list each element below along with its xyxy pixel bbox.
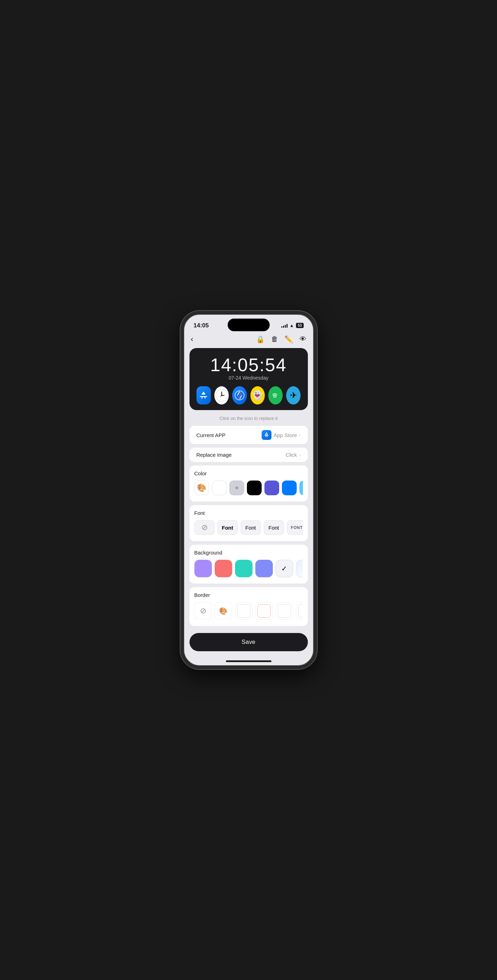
- color-palette-button[interactable]: 🎨: [194, 480, 209, 495]
- app-store-small-icon: [262, 430, 272, 440]
- border-dashed-gray[interactable]: [235, 602, 252, 620]
- current-app-label: Current APP: [197, 432, 225, 438]
- replace-image-chevron: ›: [299, 452, 301, 458]
- volume-up-button[interactable]: [180, 356, 182, 369]
- color-black[interactable]: [247, 480, 262, 495]
- color-white[interactable]: [212, 480, 227, 495]
- font-row: ⊘ Font Font Font FONT Font Font: [194, 520, 303, 536]
- font-medium[interactable]: Font: [264, 520, 284, 535]
- signal-icon: [281, 323, 287, 328]
- bg-check-selected[interactable]: ✓: [276, 560, 293, 577]
- bg-gradient-blue[interactable]: [296, 560, 303, 577]
- border-dashed-red[interactable]: [255, 602, 273, 620]
- signal-bar-2: [283, 326, 284, 328]
- power-button[interactable]: [316, 363, 317, 383]
- font-title: Font: [194, 510, 303, 516]
- svg-point-5: [221, 395, 222, 396]
- widget-app-telegram[interactable]: ✈: [286, 386, 300, 404]
- background-title: Background: [194, 550, 303, 555]
- svg-line-9: [237, 395, 240, 399]
- color-cyan[interactable]: [300, 480, 303, 495]
- replace-image-row[interactable]: Replace Image Click ›: [189, 448, 308, 462]
- widget-app-spotify[interactable]: [268, 386, 283, 404]
- dynamic-island: [228, 318, 270, 331]
- background-section: Background ✓: [189, 545, 308, 584]
- save-button[interactable]: Save: [189, 633, 308, 651]
- status-icons: ▲ 53: [281, 323, 304, 328]
- color-row: 🎨: [194, 480, 303, 497]
- widget-time-display: 14:05:54: [197, 355, 301, 375]
- nav-action-icons: 🔒 🗑 ✏️ 👁: [256, 335, 306, 344]
- current-app-value: App Store ›: [262, 430, 300, 440]
- trash-icon[interactable]: 🗑: [271, 335, 278, 343]
- bg-purple[interactable]: [194, 560, 212, 577]
- font-regular[interactable]: Font: [241, 520, 261, 535]
- bg-indigo[interactable]: [255, 560, 273, 577]
- widget-date-display: 07-24 Wednesday: [197, 375, 301, 381]
- font-small-caps[interactable]: FONT: [287, 520, 303, 535]
- wifi-icon: ▲: [290, 323, 294, 328]
- replace-image-value: Click ›: [286, 452, 300, 458]
- eye-icon[interactable]: 👁: [300, 335, 306, 343]
- font-section: Font ⊘ Font Font Font FONT Font Font: [189, 505, 308, 541]
- background-row: ✓: [194, 560, 303, 579]
- phone-screen: 14:05 ▲ 53 ‹ 🔒 🗑 ✏️: [184, 314, 313, 666]
- font-none[interactable]: ⊘: [194, 520, 215, 535]
- phone-frame: 14:05 ▲ 53 ‹ 🔒 🗑 ✏️: [180, 311, 317, 669]
- back-button[interactable]: ‹: [191, 335, 193, 344]
- home-indicator: [226, 660, 272, 662]
- bg-teal[interactable]: [235, 560, 252, 577]
- svg-line-8: [240, 395, 242, 399]
- signal-bar-4: [286, 324, 287, 328]
- border-solid-light[interactable]: [276, 602, 293, 620]
- lock-icon[interactable]: 🔒: [256, 335, 265, 344]
- border-palette[interactable]: 🎨: [215, 602, 232, 620]
- bg-red[interactable]: [215, 560, 232, 577]
- status-time: 14:05: [194, 322, 209, 329]
- widget-app-safari[interactable]: [232, 386, 246, 404]
- edit-icon[interactable]: ✏️: [284, 335, 293, 344]
- signal-bar-3: [285, 325, 286, 328]
- widget-app-appstore[interactable]: [197, 386, 211, 404]
- widget-preview: 14:05:54 07-24 Wednesday 👻: [189, 348, 308, 410]
- hint-text: Click on the icon to replace it: [184, 416, 313, 421]
- signal-bar-1: [281, 326, 282, 328]
- svg-line-7: [240, 391, 242, 395]
- color-title: Color: [194, 470, 303, 476]
- volume-down-button[interactable]: [180, 372, 182, 385]
- main-content: ‹ 🔒 🗑 ✏️ 👁 14:05:54 07-24 Wednesday: [184, 332, 313, 666]
- top-nav: ‹ 🔒 🗑 ✏️ 👁: [184, 332, 313, 348]
- color-light-gray[interactable]: [229, 480, 244, 495]
- font-bold[interactable]: Font: [218, 520, 238, 535]
- app-store-value-text: App Store: [273, 432, 297, 438]
- svg-line-10: [237, 391, 240, 395]
- border-section: Border ⊘ 🎨 ❊: [189, 587, 308, 626]
- border-row: ⊘ 🎨 ❊: [194, 602, 303, 621]
- current-app-row[interactable]: Current APP App Store ›: [189, 426, 308, 444]
- color-purple[interactable]: [264, 480, 279, 495]
- replace-image-text: Click: [286, 452, 297, 458]
- border-title: Border: [194, 592, 303, 598]
- widget-app-snapchat[interactable]: 👻: [251, 386, 265, 404]
- current-app-chevron: ›: [299, 432, 301, 438]
- color-section: Color 🎨: [189, 466, 308, 501]
- replace-image-label: Replace Image: [197, 452, 232, 458]
- battery-indicator: 53: [296, 323, 303, 328]
- widget-app-clock[interactable]: [214, 386, 229, 404]
- color-blue[interactable]: [282, 480, 297, 495]
- widget-app-icons: 👻 ✈: [197, 386, 301, 404]
- border-dotted[interactable]: ❊: [296, 602, 303, 620]
- border-none[interactable]: ⊘: [194, 602, 212, 620]
